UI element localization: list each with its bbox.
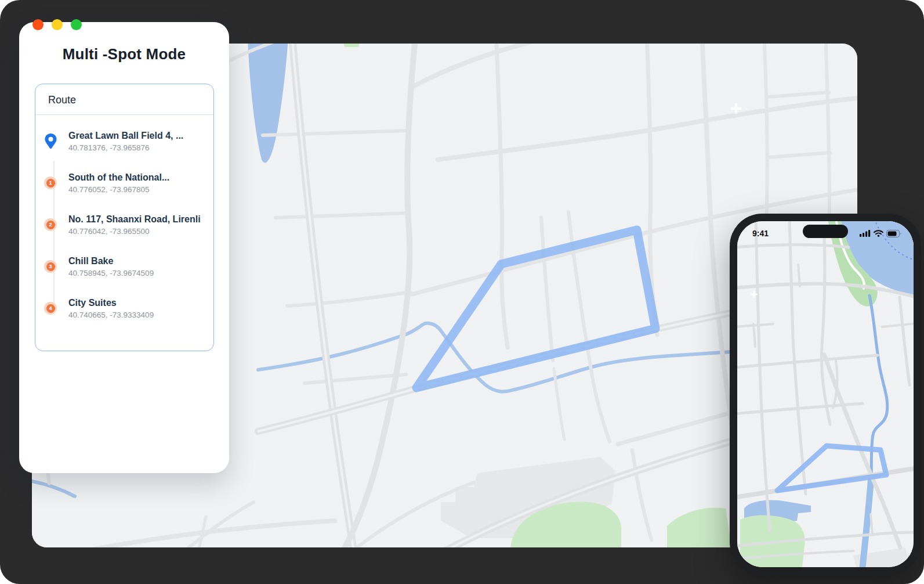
minimize-button[interactable] bbox=[52, 19, 63, 30]
stop-name: No. 117, Shaanxi Road, Lirenli bbox=[68, 214, 201, 225]
route-card: Route Great Lawn Ball Field 4, ... 40.78… bbox=[35, 84, 214, 351]
route-stop-item[interactable]: 2 No. 117, Shaanxi Road, Lirenli 40.7760… bbox=[40, 206, 210, 243]
route-stop-item[interactable]: 3 Chill Bake 40.758945, -73.9674509 bbox=[40, 248, 210, 285]
stop-coordinates: 40.740665, -73.9333409 bbox=[68, 311, 154, 319]
app-window-mockup: Multi -Spot Mode Route Great Lawn Ball F… bbox=[0, 0, 924, 584]
phone-screen: 9:41 bbox=[737, 221, 914, 567]
stop-name: Great Lawn Ball Field 4, ... bbox=[68, 131, 183, 141]
battery-icon bbox=[886, 230, 902, 237]
page-title: Multi -Spot Mode bbox=[19, 45, 229, 63]
stop-coordinates: 40.781376, -73.965876 bbox=[68, 143, 183, 152]
phone-map[interactable] bbox=[737, 221, 914, 567]
zoom-button[interactable] bbox=[71, 19, 82, 30]
route-stop-item[interactable]: 4 City Suites 40.740665, -73.9333409 bbox=[40, 290, 210, 327]
window-controls bbox=[32, 19, 82, 30]
divider bbox=[35, 114, 213, 115]
wifi-icon bbox=[874, 230, 883, 237]
close-button[interactable] bbox=[32, 19, 44, 30]
stop-coordinates: 40.758945, -73.9674509 bbox=[68, 269, 154, 277]
route-panel: Multi -Spot Mode Route Great Lawn Ball F… bbox=[19, 22, 229, 473]
waypoint-number-badge: 3 bbox=[44, 260, 57, 273]
stop-name: Chill Bake bbox=[68, 256, 154, 266]
status-time: 9:41 bbox=[752, 229, 769, 238]
dynamic-island bbox=[803, 225, 848, 238]
waypoint-number-badge: 4 bbox=[44, 302, 57, 315]
cellular-signal-icon bbox=[860, 230, 871, 237]
route-stop-item[interactable]: Great Lawn Ball Field 4, ... 40.781376, … bbox=[40, 122, 210, 160]
location-pin-icon bbox=[40, 133, 61, 150]
waypoint-number-badge: 1 bbox=[44, 176, 57, 189]
phone-mockup: 9:41 bbox=[730, 214, 921, 575]
route-card-header: Route bbox=[48, 94, 76, 106]
stop-name: South of the National... bbox=[68, 172, 169, 183]
stop-coordinates: 40.776052, -73.967805 bbox=[68, 185, 169, 194]
waypoint-number-badge: 2 bbox=[44, 218, 57, 231]
stop-name: City Suites bbox=[68, 298, 154, 308]
route-stop-item[interactable]: 1 South of the National... 40.776052, -7… bbox=[40, 164, 210, 201]
stop-coordinates: 40.776042, -73.965500 bbox=[68, 227, 201, 236]
park-area bbox=[344, 44, 359, 47]
